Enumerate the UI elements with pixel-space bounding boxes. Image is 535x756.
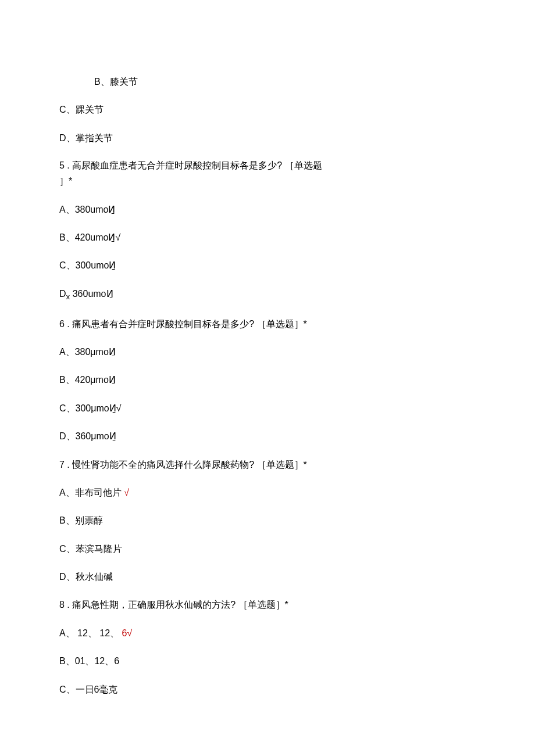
q5-option-a: A、380umoИ̱ bbox=[59, 203, 476, 216]
q5-option-c: C、300umoИ̱ bbox=[59, 259, 476, 272]
option-b-knee: B、膝关节 bbox=[59, 76, 476, 88]
q7-option-c: C、苯滨马隆片 bbox=[59, 543, 476, 556]
q8-option-c: C、一日6毫克 bbox=[59, 683, 476, 696]
q7-option-b: B、别票醇 bbox=[59, 514, 476, 527]
q6-option-d: D、360μmoИ̱ bbox=[59, 430, 476, 443]
question-5-line2: ］* bbox=[59, 175, 476, 188]
q8-a-text: A、 12、 12、 bbox=[59, 628, 122, 638]
q8-option-a: A、 12、 12、 6√ bbox=[59, 627, 476, 640]
q5-d-prefix: D bbox=[59, 289, 66, 299]
q7-a-text: A、非布司他片 bbox=[59, 488, 124, 497]
q8-a-checkmark: 6√ bbox=[122, 628, 133, 638]
q5-option-b: B、420umoИ̱√ bbox=[59, 231, 476, 244]
question-8: 8 . 痛风急性期，正确服用秋水仙碱的方法? ［单选题］* bbox=[59, 599, 476, 611]
q5-option-d: Dx 360umoИ̱ bbox=[59, 288, 476, 303]
q7-option-d: D、秋水仙碱 bbox=[59, 571, 476, 583]
q7-option-a: A、非布司他片 √ bbox=[59, 486, 476, 499]
question-6: 6 . 痛风患者有合并症时尿酸控制目标各是多少? ［单选题］* bbox=[59, 318, 476, 331]
q6-option-c: C、300μmoИ̱√ bbox=[59, 402, 476, 415]
q7-a-checkmark: √ bbox=[124, 488, 129, 497]
question-7: 7 . 慢性肾功能不全的痛风选择什么降尿酸药物? ［单选题］* bbox=[59, 458, 476, 471]
option-c-ankle: C、踝关节 bbox=[59, 103, 476, 116]
question-5-line1: 5 . 高尿酸血症患者无合并症时尿酸控制目标各是多少? ［单选题 bbox=[59, 160, 476, 172]
option-d-mcp: D、掌指关节 bbox=[59, 132, 476, 145]
q5-d-suffix: 360umoИ̱ bbox=[70, 289, 113, 299]
q8-option-b: B、01、12、6 bbox=[59, 655, 476, 668]
q6-option-a: A、380μmoИ̱ bbox=[59, 346, 476, 359]
q6-option-b: B、420μmoИ̱ bbox=[59, 374, 476, 386]
